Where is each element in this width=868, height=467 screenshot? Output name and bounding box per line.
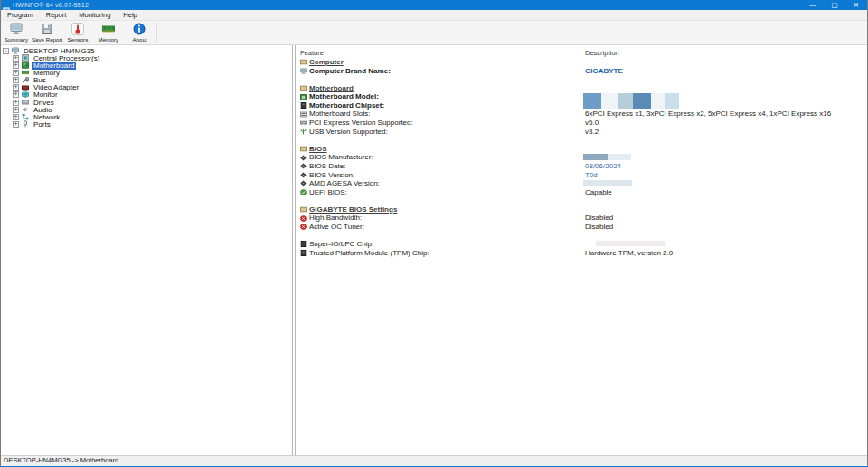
- list-row[interactable]: Active OC Tuner:Disabled: [296, 223, 867, 232]
- hwinfo-window: HWiNFO® 64 v8.07-5512 — ▢ ✕ ProgramRepor…: [0, 0, 868, 467]
- close-button[interactable]: ✕: [845, 0, 867, 10]
- section-label: BIOS: [309, 145, 327, 154]
- description-value: v5.0: [585, 119, 599, 127]
- section-icon: [300, 59, 307, 65]
- list-row[interactable]: BIOS Version:T0d: [296, 171, 867, 180]
- list-row[interactable]: BIOS Manufacturer:: [296, 153, 867, 162]
- column-header-feature[interactable]: Feature: [296, 49, 583, 57]
- maximize-button[interactable]: ▢: [824, 0, 845, 10]
- feature-cell: Motherboard Slots:: [296, 110, 583, 119]
- description-cell: [583, 179, 867, 188]
- list-row[interactable]: PCI Express Version Supported:v5.0: [296, 119, 867, 128]
- ports-icon: [22, 120, 29, 128]
- tree-expander[interactable]: +: [13, 62, 19, 69]
- feature-cell: Computer: [296, 58, 583, 67]
- bus-icon: [22, 77, 29, 84]
- toolbar: SummarySave ReportSensorsMemoryAbout: [1, 21, 867, 45]
- section-label: Computer: [309, 58, 344, 67]
- tree-expander[interactable]: +: [13, 114, 19, 120]
- feature-cell: Super-IO/LPC Chip:: [296, 240, 583, 249]
- list-row[interactable]: High Bandwidth:Disabled: [296, 214, 867, 223]
- feature-cell: AMD AGESA Version:: [296, 179, 583, 188]
- tree-expander[interactable]: +: [13, 100, 19, 106]
- error-icon: [300, 215, 307, 222]
- list-row[interactable]: Computer Brand Name:GIGABYTE: [296, 67, 867, 76]
- description-value: Disabled: [585, 223, 613, 231]
- feature-cell: USB Version Supported:: [296, 128, 583, 137]
- feature-label: Computer Brand Name:: [309, 67, 391, 76]
- menu-item-program[interactable]: Program: [1, 10, 40, 20]
- list-row-blank: [296, 75, 867, 84]
- tree-expander[interactable]: +: [13, 84, 19, 91]
- list-row[interactable]: Motherboard Slots:6xPCI Express x1, 3xPC…: [296, 110, 867, 119]
- feature-cell: BIOS Manufacturer:: [296, 153, 583, 162]
- feature-label: BIOS Date:: [309, 162, 345, 171]
- network-icon: [22, 113, 29, 120]
- toolbar-button-label: Summary: [5, 36, 28, 43]
- tree-expander[interactable]: +: [13, 70, 19, 76]
- toolbar-button-sensors[interactable]: Sensors: [62, 21, 93, 44]
- list-row[interactable]: Super-IO/LPC Chip:: [296, 240, 867, 249]
- tree-expander[interactable]: +: [13, 77, 19, 83]
- description-cell: T0d: [583, 171, 867, 180]
- tree-expander[interactable]: +: [13, 107, 19, 113]
- toolbar-separator: [156, 23, 157, 43]
- memory-icon: [22, 69, 29, 76]
- column-header-description[interactable]: Description: [583, 49, 867, 57]
- redaction-block: [651, 93, 665, 109]
- tree-expander[interactable]: +: [13, 121, 19, 128]
- list-row[interactable]: AMD AGESA Version:: [296, 179, 867, 188]
- list-row[interactable]: BIOS Date:08/06/2024: [296, 162, 867, 171]
- tree-expander[interactable]: +: [13, 91, 19, 98]
- description-cell: Disabled: [583, 214, 867, 223]
- list-row[interactable]: USB Version Supported:v3.2: [296, 128, 867, 137]
- usb-icon: [300, 129, 307, 135]
- description-cell: [583, 205, 867, 214]
- toolbar-button-memory[interactable]: Memory: [93, 21, 124, 44]
- menu-item-help[interactable]: Help: [117, 10, 143, 20]
- list-row[interactable]: BIOS: [296, 145, 867, 154]
- bios-chip-icon: [300, 172, 307, 178]
- redaction-block: [583, 93, 601, 109]
- feature-label: Active OC Tuner:: [309, 223, 364, 232]
- feature-cell: High Bandwidth:: [296, 214, 583, 223]
- list-row-blank: [296, 196, 867, 205]
- list-row-blank: [296, 232, 867, 241]
- feature-label: Trusted Platform Module (TPM) Chip:: [309, 249, 429, 258]
- toolbar-button-about[interactable]: About: [124, 21, 155, 44]
- toolbar-button-save-report[interactable]: Save Report: [32, 21, 62, 44]
- description-cell: v5.0: [583, 119, 867, 128]
- tree-item-ports[interactable]: +Ports: [1, 120, 292, 128]
- redacted-value: [583, 180, 632, 186]
- list-row[interactable]: Motherboard Chipset:: [296, 101, 867, 110]
- redaction-block: [608, 154, 631, 160]
- tree-expander[interactable]: -: [3, 48, 9, 54]
- list-row[interactable]: Motherboard Model:: [296, 92, 867, 101]
- motherboard-icon: [22, 62, 29, 69]
- description-cell: [583, 153, 867, 162]
- chip-dark-icon: [300, 102, 307, 109]
- list-row[interactable]: UEFI BIOS:Capable: [296, 188, 867, 197]
- summary-computer-icon: [10, 23, 23, 35]
- redaction-block: [596, 241, 665, 246]
- feature-list: ComputerComputer Brand Name:GIGABYTEMoth…: [296, 58, 867, 257]
- computer-icon: [300, 68, 307, 74]
- toolbar-button-summary[interactable]: Summary: [1, 21, 32, 44]
- minimize-button[interactable]: —: [802, 0, 824, 10]
- list-row[interactable]: Computer: [296, 58, 867, 67]
- menu-item-report[interactable]: Report: [40, 10, 73, 20]
- description-value: Hardware TPM, version 2.0: [585, 249, 673, 257]
- redaction-block: [618, 93, 633, 109]
- feature-cell: GIGABYTE BIOS Settings: [296, 205, 583, 214]
- list-row[interactable]: Trusted Platform Module (TPM) Chip:Hardw…: [296, 249, 867, 258]
- list-row[interactable]: GIGABYTE BIOS Settings: [296, 205, 867, 214]
- description-value: GIGABYTE: [585, 67, 623, 75]
- title-bar: HWiNFO® 64 v8.07-5512 — ▢ ✕: [1, 0, 867, 10]
- list-row[interactable]: Motherboard: [296, 84, 867, 93]
- computer-icon: [12, 47, 19, 54]
- menu-item-monitoring[interactable]: Monitoring: [72, 10, 117, 20]
- tree-expander[interactable]: +: [13, 55, 19, 62]
- description-cell: [583, 84, 867, 93]
- toolbar-button-label: Sensors: [68, 36, 89, 43]
- description-cell: [583, 92, 867, 101]
